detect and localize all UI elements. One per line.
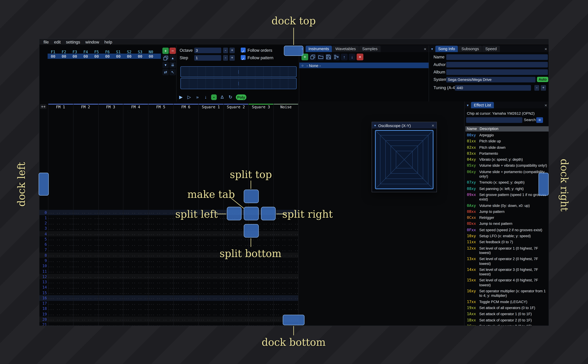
pattern-cell[interactable]: ... .. .. ..	[73, 275, 98, 279]
pattern-cell[interactable]: ... .. .. ..	[173, 275, 198, 279]
move-up-button[interactable]: ▴	[170, 55, 176, 61]
pattern-cell[interactable]: ... .. .. ..	[248, 275, 273, 279]
pattern-cell[interactable]: ... .. .. ..	[273, 232, 298, 236]
pattern-cell[interactable]: ... .. .. ..	[123, 280, 148, 284]
pattern-cell[interactable]: ... .. .. ..	[73, 243, 98, 246]
open-button[interactable]	[317, 54, 324, 60]
pattern-cell[interactable]: ... .. .. ..	[98, 318, 123, 321]
pattern-cell[interactable]: ... .. .. ..	[98, 286, 123, 289]
chevron-down-icon[interactable]: ▾	[467, 103, 469, 107]
pattern-cell[interactable]: ... .. .. ..	[173, 318, 198, 321]
pattern-cell[interactable]: ... .. .. ..	[173, 286, 198, 289]
record-button[interactable]: ●	[211, 94, 217, 100]
pattern-cell[interactable]: ... .. .. ..	[198, 232, 223, 236]
pattern-cell[interactable]: ... .. .. ..	[148, 237, 173, 241]
pattern-cell[interactable]: ... .. .. ..	[223, 318, 248, 321]
split-target-bottom[interactable]	[244, 224, 259, 237]
tab-song-info[interactable]: Song Info	[435, 46, 458, 52]
pattern-cell[interactable]: ... .. .. ..	[173, 307, 198, 311]
pattern-cell[interactable]: ... .. .. ..	[148, 232, 173, 236]
pattern-cell[interactable]: ... .. .. ..	[98, 243, 123, 246]
pattern-cell[interactable]: ... .. .. ..	[248, 237, 273, 241]
pattern-cell[interactable]: ... .. .. ..	[148, 286, 173, 289]
pattern-cell[interactable]: ... .. .. ..	[198, 286, 223, 289]
pattern-cell[interactable]: ... .. .. ..	[48, 248, 73, 252]
pattern-cell[interactable]: ... .. .. ..	[198, 312, 223, 316]
chevron-down-icon[interactable]: ▾	[374, 124, 376, 127]
order-cell[interactable]: 00	[135, 54, 145, 58]
pattern-cell[interactable]: ... .. .. ..	[273, 275, 298, 279]
pattern-cell[interactable]: ... .. .. ..	[98, 269, 123, 273]
pattern-cell[interactable]: ... .. .. ..	[273, 280, 298, 284]
pattern-cell[interactable]: ... .. .. ..	[273, 227, 298, 230]
order-cell[interactable]: 00	[113, 54, 124, 58]
channel-header-fm-1[interactable]: FM 1	[48, 104, 73, 109]
pattern-cell[interactable]: ... .. .. ..	[198, 307, 223, 311]
pattern-cell[interactable]: ... .. .. ..	[248, 269, 273, 273]
channel-header-fm-2[interactable]: FM 2	[73, 104, 98, 109]
pattern-cell[interactable]: ... .. .. ..	[223, 243, 248, 246]
duplicate-button[interactable]	[162, 55, 169, 61]
pattern-cell[interactable]: ... .. .. ..	[48, 237, 73, 241]
pattern-cell[interactable]: ... .. .. ..	[223, 301, 248, 305]
pattern-cell[interactable]: ... .. .. ..	[48, 323, 73, 326]
pattern-cell[interactable]: ... .. .. ..	[273, 286, 298, 289]
pattern-cell[interactable]: ... .. .. ..	[73, 264, 98, 268]
swap-button[interactable]: ⇄	[162, 69, 169, 75]
channel-header-fm-6[interactable]: FM 6	[173, 104, 198, 109]
close-icon[interactable]: ×	[432, 123, 434, 128]
move-down-button[interactable]: ▾	[162, 62, 169, 68]
piano-widget-bottom[interactable]	[180, 78, 297, 89]
dock-target-left[interactable]	[39, 173, 49, 195]
add-button[interactable]: +	[162, 48, 169, 54]
pattern-cell[interactable]: ... .. .. ..	[73, 227, 98, 230]
select-button[interactable]: ↖	[170, 69, 176, 75]
pattern-cell[interactable]: ... .. .. ..	[223, 237, 248, 241]
pattern-cell[interactable]: ... .. .. ..	[198, 221, 223, 225]
pattern-cell[interactable]: ... .. .. ..	[123, 221, 148, 225]
pattern-cell[interactable]: ... .. .. ..	[123, 264, 148, 268]
pattern-cell[interactable]: ... .. .. ..	[223, 291, 248, 295]
jump-down-button[interactable]: ↓	[203, 94, 209, 100]
pattern-cell[interactable]: ... .. .. ..	[48, 269, 73, 273]
pattern-cell[interactable]: ... .. .. ..	[148, 216, 173, 220]
order-cell[interactable]: 00	[59, 54, 69, 58]
order-cell[interactable]: 00	[145, 54, 156, 58]
pattern-cell[interactable]: ... .. .. ..	[98, 264, 123, 268]
channel-header-square-3[interactable]: Square 3	[248, 104, 273, 109]
pattern-cell[interactable]: ... .. .. ..	[148, 243, 173, 246]
pattern-cell[interactable]: ... .. .. ..	[223, 275, 248, 279]
menu-item-file[interactable]: file	[41, 39, 51, 44]
pattern-cell[interactable]: ... .. .. ..	[148, 264, 173, 268]
pattern-cell[interactable]: ... .. .. ..	[273, 264, 298, 268]
pattern-cell[interactable]: ... .. .. ..	[148, 312, 173, 316]
pattern-cell[interactable]: ... .. .. ..	[273, 243, 298, 246]
menu-item-help[interactable]: help	[102, 39, 115, 44]
dock-target-right[interactable]	[538, 173, 548, 195]
pattern-cell[interactable]: ... .. .. ..	[223, 264, 248, 268]
pattern-cell[interactable]: ... .. .. ..	[73, 280, 98, 284]
octave-minus-button[interactable]: -	[223, 48, 228, 53]
pattern-cell[interactable]: ... .. .. ..	[48, 296, 73, 300]
split-target-top[interactable]	[244, 190, 259, 203]
order-row[interactable]: 00000000000000000000	[48, 54, 161, 59]
pattern-cell[interactable]: ... .. .. ..	[123, 275, 148, 279]
pattern-cell[interactable]: ... .. .. ..	[173, 301, 198, 305]
pattern-cell[interactable]: ... .. .. ..	[48, 275, 73, 279]
pattern-cell[interactable]: ... .. .. ..	[223, 280, 248, 284]
pattern-cell[interactable]: ... .. .. ..	[248, 243, 273, 246]
channel-header-square-1[interactable]: Square 1	[198, 104, 223, 109]
pattern-cell[interactable]: ... .. .. ..	[123, 312, 148, 316]
add-channel-button[interactable]: ++	[40, 104, 46, 109]
chevron-down-icon[interactable]: ▾	[431, 47, 433, 51]
pattern-cell[interactable]: ... .. .. ..	[248, 259, 273, 262]
pattern-cell[interactable]: ... .. .. ..	[73, 216, 98, 220]
pattern-cell[interactable]: ... .. .. ..	[73, 248, 98, 252]
channel-header-square-2[interactable]: Square 2	[223, 104, 248, 109]
pattern-cell[interactable]: ... .. .. ..	[173, 248, 198, 252]
order-cell[interactable]: 00	[69, 54, 80, 58]
split-target-left[interactable]	[227, 207, 242, 220]
pattern-cell[interactable]: ... .. .. ..	[123, 269, 148, 273]
pattern-cell[interactable]: ... .. .. ..	[248, 296, 273, 300]
pattern-cell[interactable]: ... .. .. ..	[123, 243, 148, 246]
